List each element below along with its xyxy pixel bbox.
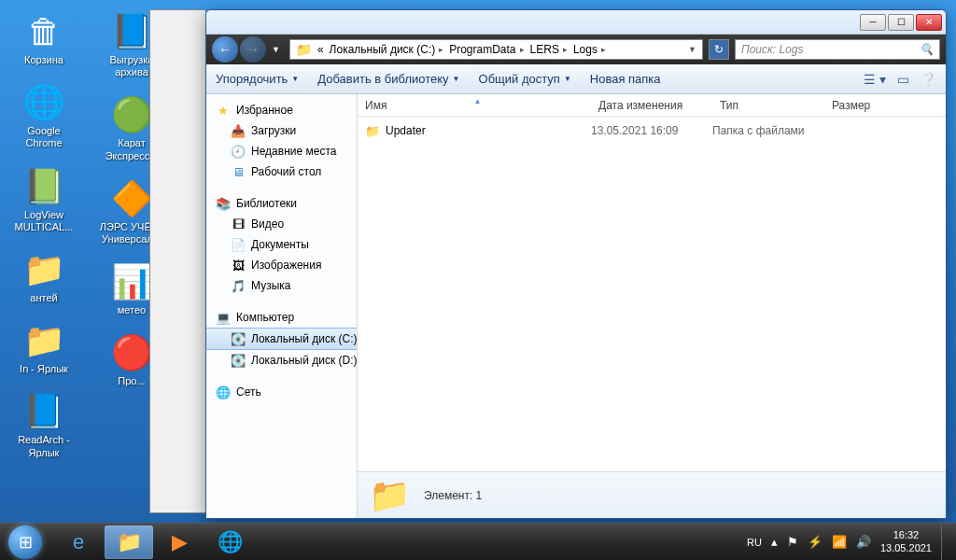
sidebar-network[interactable]: 🌐Сеть	[206, 382, 357, 402]
sidebar-item-documents[interactable]: 📄Документы	[206, 234, 357, 255]
breadcrumb-segment[interactable]: «	[317, 43, 324, 56]
sidebar-item-disk-d[interactable]: 💽Локальный диск (D:)	[206, 350, 357, 371]
desktop-icon-label: метео	[118, 304, 146, 316]
back-button[interactable]: ←	[212, 36, 238, 63]
view-options-icon[interactable]: ☰ ▾	[864, 72, 886, 87]
nav-buttons: ← → ▼	[212, 36, 284, 63]
taskbar-wmp[interactable]: ▶	[155, 525, 204, 559]
excel-icon: 📊	[109, 259, 154, 304]
system-tray: RU ▴ ⚑ ⚡ 📶 🔊 16:32 13.05.2021	[747, 525, 956, 560]
clock[interactable]: 16:32 13.05.2021	[880, 529, 932, 553]
sidebar-item-downloads[interactable]: 📥Загрузки	[206, 120, 357, 141]
taskbar-chrome[interactable]: 🌐	[205, 525, 254, 559]
file-type: Папка с файлами	[712, 124, 824, 137]
network-icon[interactable]: 📶	[832, 535, 847, 549]
network-icon: 🌐	[216, 385, 231, 399]
video-icon: 🎞	[231, 217, 246, 231]
desktop-icon-in[interactable]: 📁In - Ярлык	[9, 318, 78, 375]
language-indicator[interactable]: RU	[747, 537, 762, 548]
file-row[interactable]: 📁Updater 13.05.2021 16:09 Папка с файлам…	[358, 120, 946, 141]
sidebar-item-recent[interactable]: 🕘Недавние места	[206, 141, 357, 161]
refresh-button[interactable]: ↻	[709, 39, 729, 60]
desktop-icon-logview[interactable]: 📗LogView MULTICAL...	[9, 164, 78, 233]
search-input[interactable]: Поиск: Logs 🔍	[735, 39, 940, 60]
desktop-icon-readarch[interactable]: 📘ReadArch - Ярлык	[9, 389, 78, 458]
sort-asc-icon: ▲	[474, 97, 482, 105]
desktop-icon-recycle[interactable]: 🗑Корзина	[9, 9, 78, 66]
desktop-icon-label: Корзина	[24, 54, 63, 66]
show-desktop-button[interactable]	[941, 525, 949, 560]
app-icon: 📗	[21, 164, 66, 209]
forward-button[interactable]: →	[240, 36, 266, 63]
folder-icon: 📁	[296, 42, 312, 57]
share-menu[interactable]: Общий доступ▼	[479, 72, 571, 86]
desktop-icon-label: LogView MULTICAL...	[9, 209, 78, 233]
sidebar-item-disk-c[interactable]: 💽Локальный диск (C:)	[206, 328, 357, 350]
desktop-icon-chrome[interactable]: 🌐Google Chrome	[9, 80, 78, 149]
col-date[interactable]: Дата изменения	[591, 99, 712, 112]
details-pane: 📁 Элемент: 1	[358, 471, 946, 518]
app-icon: 🟢	[109, 92, 154, 137]
tray-chevron-icon[interactable]: ▴	[771, 535, 778, 549]
help-icon[interactable]: ❔	[921, 72, 936, 87]
chevron-down-icon[interactable]: ▼	[688, 45, 696, 54]
col-name[interactable]: ▲Имя	[358, 99, 591, 112]
search-placeholder: Поиск: Logs	[741, 43, 803, 56]
desktop-icons: 🗑Корзина 🌐Google Chrome 📗LogView MULTICA…	[9, 9, 166, 504]
titlebar[interactable]: ─ ☐ ✕	[206, 10, 946, 35]
disk-icon: 💽	[231, 331, 246, 346]
sidebar-favorites[interactable]: ★Избранное	[206, 100, 357, 120]
toolbar-right: ☰ ▾ ▭ ❔	[864, 72, 936, 87]
volume-icon[interactable]: 🔊	[856, 535, 871, 549]
folder-icon: 📁	[369, 476, 411, 515]
taskbar-ie[interactable]: e	[54, 525, 103, 559]
app-icon: 🔴	[109, 330, 154, 375]
sidebar-item-music[interactable]: 🎵Музыка	[206, 275, 357, 296]
window-controls: ─ ☐ ✕	[860, 14, 942, 31]
file-name: Updater	[386, 124, 426, 137]
chevron-right-icon: ▸	[563, 45, 568, 54]
sidebar-computer[interactable]: 💻Компьютер	[206, 307, 357, 328]
download-icon: 📥	[231, 123, 246, 138]
taskbar-explorer[interactable]: 📁	[105, 525, 153, 559]
file-rows: 📁Updater 13.05.2021 16:09 Папка с файлам…	[358, 117, 946, 471]
start-button[interactable]	[0, 524, 50, 561]
breadcrumb-segment[interactable]: Локальный диск (C:)▸	[330, 43, 444, 56]
media-player-icon: ▶	[172, 530, 188, 554]
sidebar-libraries[interactable]: 📚Библиотеки	[206, 193, 357, 214]
new-folder-button[interactable]: Новая папка	[590, 72, 661, 86]
breadcrumb-segment[interactable]: LERS▸	[530, 43, 568, 56]
sidebar-item-desktop[interactable]: 🖥Рабочий стол	[206, 161, 357, 182]
sidebar-item-pictures[interactable]: 🖼Изображения	[206, 255, 357, 275]
toolbar: Упорядочить▼ Добавить в библиотеку▼ Общи…	[206, 64, 946, 94]
maximize-button[interactable]: ☐	[888, 14, 914, 31]
navigation-pane: ★Избранное 📥Загрузки 🕘Недавние места 🖥Ра…	[206, 94, 358, 518]
taskbar: e 📁 ▶ 🌐 RU ▴ ⚑ ⚡ 📶 🔊 16:32 13.05.2021	[0, 523, 956, 560]
preview-pane-icon[interactable]: ▭	[897, 72, 909, 87]
time: 16:32	[880, 529, 932, 541]
status-text: Элемент: 1	[424, 489, 482, 502]
desktop-icon-label: Про...	[118, 375, 145, 387]
breadcrumb-segment[interactable]: Logs▸	[573, 43, 606, 56]
col-type[interactable]: Тип	[712, 99, 824, 112]
minimize-button[interactable]: ─	[860, 14, 886, 31]
breadcrumb-path[interactable]: 📁 « Локальный диск (C:)▸ ProgramData▸ LE…	[289, 39, 703, 60]
computer-icon: 💻	[216, 310, 231, 325]
add-library-menu[interactable]: Добавить в библиотеку▼	[317, 72, 459, 86]
breadcrumb-segment[interactable]: ProgramData▸	[449, 43, 524, 56]
picture-icon: 🖼	[231, 258, 246, 273]
organize-menu[interactable]: Упорядочить▼	[216, 72, 299, 86]
chrome-icon: 🌐	[218, 530, 243, 554]
sidebar-item-video[interactable]: 🎞Видео	[206, 214, 357, 234]
desktop-icon-antei[interactable]: 📁антей	[9, 247, 78, 304]
search-icon: 🔍	[920, 43, 934, 56]
nav-history-dropdown[interactable]: ▼	[268, 45, 284, 54]
close-button[interactable]: ✕	[916, 14, 942, 31]
col-size[interactable]: Размер	[824, 99, 946, 112]
file-date: 13.05.2021 16:09	[591, 124, 712, 137]
power-icon[interactable]: ⚡	[808, 535, 822, 549]
chevron-right-icon: ▸	[439, 45, 443, 54]
desktop-icon: 🖥	[231, 164, 246, 179]
flag-icon[interactable]: ⚑	[787, 535, 798, 549]
explorer-window: ─ ☐ ✕ ← → ▼ 📁 « Локальный диск (C:)▸ Pro…	[205, 9, 947, 519]
